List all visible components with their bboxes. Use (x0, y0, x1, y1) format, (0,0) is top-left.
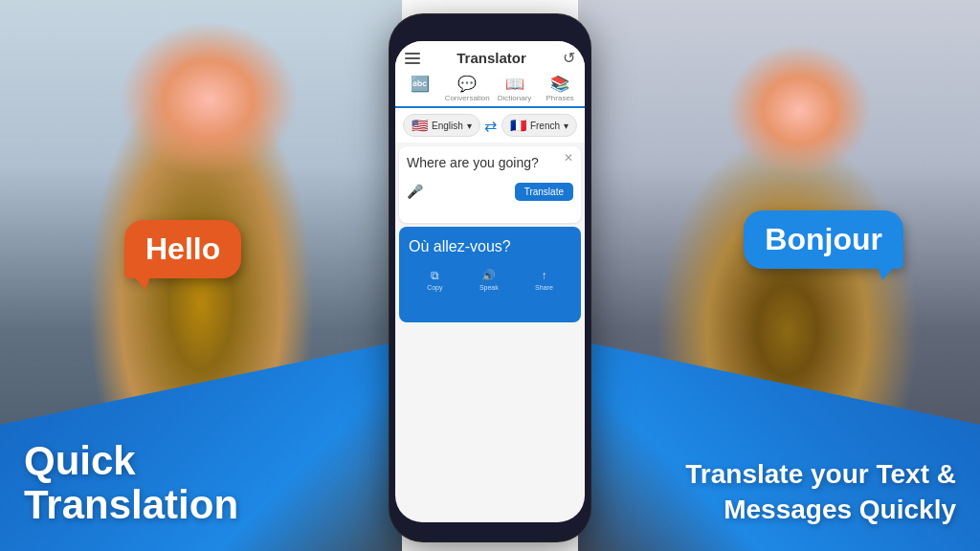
source-lang-name: English (432, 121, 463, 131)
left-heading: Quick Translation (24, 439, 238, 527)
conversation-tab-icon: 💬 (457, 75, 477, 93)
left-text-overlay: Quick Translation (24, 439, 238, 527)
hamburger-menu[interactable] (405, 53, 420, 64)
clear-input-button[interactable]: ✕ (564, 151, 573, 165)
input-bottom-bar: 🎤 Translate (407, 183, 573, 201)
input-area: ✕ Where are you going? 🎤 Translate (399, 146, 581, 223)
output-text: Où allez-vous? (409, 236, 571, 257)
target-language-button[interactable]: 🇫🇷 French ▾ (501, 114, 577, 137)
translate-tab-icon: 🔤 (411, 75, 430, 93)
hamburger-line-2 (405, 57, 420, 59)
target-lang-arrow: ▾ (564, 121, 568, 131)
app-title: Translator (457, 50, 526, 66)
target-lang-name: French (530, 121, 560, 131)
input-text[interactable]: Where are you going? (407, 154, 573, 173)
dictionary-tab-icon: 📖 (505, 75, 524, 93)
history-icon[interactable]: ↺ (563, 49, 575, 67)
language-selector: 🇺🇸 English ▾ ⇄ 🇫🇷 French ▾ (395, 108, 585, 143)
phrases-tab-icon: 📚 (550, 75, 569, 93)
microphone-icon[interactable]: 🎤 (407, 184, 423, 199)
share-button[interactable]: ↑ Share (535, 269, 553, 291)
app-header: Translator ↺ (395, 41, 585, 71)
left-heading-line2: Translation (24, 482, 238, 527)
speak-icon: 🔊 (481, 269, 496, 282)
hamburger-line-3 (405, 62, 420, 64)
left-photo-section: Hello Quick Translation (0, 0, 402, 551)
right-heading: Translate your Text & Messages Quickly (669, 457, 956, 527)
tab-conversation[interactable]: 💬 Conversation (443, 71, 492, 106)
target-flag: 🇫🇷 (510, 118, 526, 133)
tab-dictionary[interactable]: 📖 Dictionary (492, 71, 538, 106)
bonjour-bubble: Bonjour (744, 210, 903, 269)
app-container: Hello Quick Translation Bonjour Translat… (0, 0, 980, 551)
hamburger-line-1 (405, 53, 420, 55)
phrases-tab-label: Phrases (546, 94, 574, 102)
share-label: Share (535, 284, 553, 291)
phone-screen: Translator ↺ 🔤 💬 Conversation 📖 Dictiona… (395, 41, 585, 522)
hello-bubble: Hello (124, 220, 241, 278)
source-lang-arrow: ▾ (467, 121, 472, 131)
phone-notch (461, 29, 519, 34)
swap-languages-icon[interactable]: ⇄ (484, 117, 497, 135)
copy-label: Copy (427, 284, 442, 291)
output-action-bar: ⧉ Copy 🔊 Speak ↑ Share (409, 269, 571, 291)
source-language-button[interactable]: 🇺🇸 English ▾ (403, 114, 480, 137)
copy-button[interactable]: ⧉ Copy (427, 269, 442, 291)
conversation-tab-label: Conversation (445, 94, 490, 102)
right-text-overlay: Translate your Text & Messages Quickly (669, 457, 956, 527)
speak-button[interactable]: 🔊 Speak (479, 269, 499, 291)
tab-bar: 🔤 💬 Conversation 📖 Dictionary 📚 Phrases (395, 71, 585, 108)
output-area: Où allez-vous? ⧉ Copy 🔊 Speak ↑ Share (399, 227, 581, 322)
translate-button[interactable]: Translate (515, 183, 573, 201)
tab-translate[interactable]: 🔤 (397, 71, 443, 108)
copy-icon: ⧉ (431, 269, 439, 282)
right-photo-section: Bonjour Translate your Text & Messages Q… (578, 0, 980, 551)
share-icon: ↑ (541, 269, 546, 282)
left-heading-line1: Quick (24, 438, 136, 483)
phone-mockup: Translator ↺ 🔤 💬 Conversation 📖 Dictiona… (380, 0, 600, 551)
phone-body: Translator ↺ 🔤 💬 Conversation 📖 Dictiona… (390, 14, 590, 541)
source-flag: 🇺🇸 (412, 118, 428, 133)
tab-phrases[interactable]: 📚 Phrases (537, 71, 583, 106)
speak-label: Speak (479, 284, 499, 291)
dictionary-tab-label: Dictionary (498, 94, 532, 102)
hello-text: Hello (145, 231, 220, 266)
bonjour-text: Bonjour (765, 222, 882, 256)
